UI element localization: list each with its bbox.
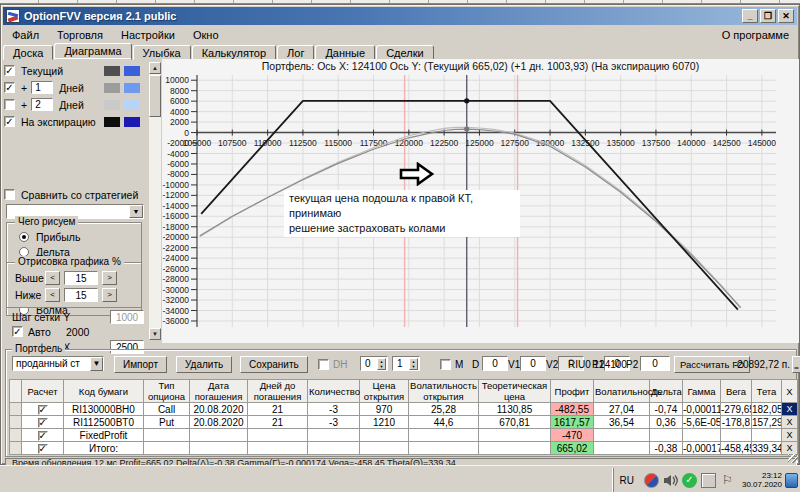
dh-checkbox[interactable]: ✓ bbox=[318, 359, 329, 370]
row-checkbox-2[interactable]: ✓ bbox=[38, 431, 48, 441]
menu-item-2[interactable]: Настройки bbox=[112, 28, 184, 42]
delete-row-button-3[interactable]: X bbox=[782, 442, 798, 455]
scrollbar-thumb[interactable] bbox=[149, 75, 161, 117]
layer-checkbox-0[interactable]: ✓ bbox=[4, 65, 15, 76]
col-header-11[interactable]: Дельта bbox=[650, 380, 683, 403]
delete-row-button-0[interactable]: X bbox=[782, 403, 798, 416]
preset-chevron-down-icon[interactable]: ▼ bbox=[90, 357, 103, 371]
tray-blue-app-icon[interactable] bbox=[785, 473, 798, 488]
col-header-15[interactable]: X bbox=[782, 380, 798, 403]
menu-item-0[interactable]: Файл bbox=[3, 28, 48, 42]
resize-grip[interactable] bbox=[788, 454, 798, 463]
col-header-7[interactable]: Волатильность открытия bbox=[409, 380, 479, 403]
m-checkbox[interactable]: ✓ bbox=[440, 359, 451, 370]
cell-3-0: Итого: bbox=[64, 442, 144, 455]
corner-header bbox=[10, 380, 22, 403]
spinner-1[interactable]: 0▲▼ bbox=[360, 356, 388, 371]
minimize-button[interactable]: _ bbox=[742, 9, 758, 23]
radio-Прибыль[interactable] bbox=[19, 232, 29, 242]
increase-button[interactable]: > bbox=[102, 288, 117, 302]
increase-button[interactable]: > bbox=[102, 271, 117, 285]
col-header-4[interactable]: Дней до погашения bbox=[248, 380, 308, 403]
marker-dot-0[interactable] bbox=[464, 98, 469, 103]
col-header-0[interactable]: Расчет bbox=[22, 380, 64, 403]
flag-icon[interactable]: ⚐ bbox=[720, 473, 735, 488]
col-header-9[interactable]: Профит bbox=[551, 380, 594, 403]
tab-4[interactable]: Лог bbox=[277, 45, 314, 60]
col-header-8[interactable]: Теоретическая цена bbox=[479, 380, 551, 403]
calc-cell: ✓ bbox=[22, 442, 64, 455]
layer-row-1: ✓ +1Дней bbox=[4, 79, 148, 96]
cell-2-1 bbox=[144, 429, 190, 442]
tray-app-icon[interactable] bbox=[644, 473, 659, 488]
scroll-down-icon[interactable]: ▼ bbox=[149, 328, 161, 340]
decrease-button[interactable]: < bbox=[45, 271, 60, 285]
tab-2[interactable]: Улыбка bbox=[133, 45, 191, 60]
table-row: ✓RI112500BT0Put20.08.202021-3121044,6670… bbox=[10, 416, 798, 429]
tray-utility-icon[interactable] bbox=[701, 473, 716, 488]
menu-item-about[interactable]: О программе bbox=[722, 29, 797, 41]
col-header-3[interactable]: Дата погашения bbox=[190, 380, 248, 403]
tab-0[interactable]: Доска bbox=[3, 45, 53, 60]
layer-checkbox-2[interactable]: ✓ bbox=[4, 99, 15, 110]
language-indicator[interactable]: RU bbox=[620, 475, 634, 486]
render-value-1[interactable]: 15 bbox=[64, 288, 98, 302]
cell-2-12 bbox=[721, 429, 752, 442]
p2-field[interactable]: 0 bbox=[640, 356, 670, 371]
tab-6[interactable]: Сделки bbox=[376, 45, 434, 60]
days-input-2[interactable]: 2 bbox=[31, 98, 53, 111]
antivirus-check-icon[interactable]: ✓ bbox=[682, 473, 697, 488]
tab-1[interactable]: Диаграмма bbox=[54, 43, 131, 60]
spinner-arrows-icon[interactable]: ▲▼ bbox=[409, 358, 418, 370]
delete-row-button-1[interactable]: X bbox=[782, 416, 798, 429]
delete-button[interactable]: Удалить bbox=[176, 356, 232, 373]
maximize-button[interactable]: ❐ bbox=[760, 9, 776, 23]
days-input-1[interactable]: 1 bbox=[31, 81, 53, 94]
compare-strategy-checkbox[interactable]: ✓ bbox=[4, 189, 15, 200]
render-value-0[interactable]: 15 bbox=[64, 271, 98, 285]
sidebar-scrollbar[interactable]: ▲ ▼ bbox=[149, 62, 161, 340]
field-V1[interactable]: 0 bbox=[520, 356, 546, 371]
title-bar[interactable]: OptionFVV версия 2.1 public _ ❐ ✕ bbox=[3, 7, 797, 25]
col-header-13[interactable]: Вега bbox=[721, 380, 752, 403]
tab-5[interactable]: Данные bbox=[315, 45, 375, 60]
col-header-6[interactable]: Цена открытия bbox=[360, 380, 409, 403]
grid-y-input[interactable]: 1000 bbox=[110, 310, 144, 324]
col-header-12[interactable]: Гамма bbox=[683, 380, 721, 403]
tab-3[interactable]: Калькулятор bbox=[192, 45, 276, 60]
table-row: ✓RI130000BH0Call20.08.202021-397025,2811… bbox=[10, 403, 798, 416]
col-header-10[interactable]: Волатильность bbox=[594, 380, 650, 403]
col-header-2[interactable]: Тип опциона bbox=[144, 380, 190, 403]
speaker-icon[interactable] bbox=[663, 473, 678, 488]
decrease-button[interactable]: < bbox=[45, 288, 60, 302]
chevron-down-icon[interactable]: ▼ bbox=[129, 205, 143, 218]
row-checkbox-1[interactable]: ✓ bbox=[38, 418, 48, 428]
spinner-2[interactable]: 1▲▼ bbox=[392, 356, 420, 371]
marker-dot-1[interactable] bbox=[464, 126, 469, 131]
col-header-5[interactable]: Количество bbox=[308, 380, 360, 403]
clock-time: 23:12 bbox=[742, 471, 782, 480]
import-button[interactable]: Импорт bbox=[114, 356, 167, 373]
row-checkbox-3[interactable]: ✓ bbox=[38, 444, 48, 454]
menu-item-1[interactable]: Торговля bbox=[48, 28, 112, 42]
delete-row-button-2[interactable]: X bbox=[782, 429, 798, 442]
save-button[interactable]: Сохранить bbox=[240, 356, 308, 373]
taskbar[interactable]: RU ✓ ⚐ 23:12 30.07.2020 bbox=[0, 465, 800, 492]
close-button[interactable]: ✕ bbox=[778, 9, 794, 23]
layer-checkbox-3[interactable]: ✓ bbox=[4, 116, 15, 127]
calc-cell: ✓ bbox=[22, 429, 64, 442]
scroll-up-icon[interactable]: ▲ bbox=[149, 62, 161, 74]
x-tick-label: 125000 bbox=[465, 138, 494, 148]
auto-checkbox[interactable]: ✓ bbox=[12, 326, 23, 337]
collapse-panel-button[interactable]: ‗ bbox=[792, 356, 800, 373]
clock[interactable]: 23:12 30.07.2020 bbox=[742, 471, 782, 489]
row-checkbox-0[interactable]: ✓ bbox=[38, 405, 48, 415]
cell-2-13 bbox=[752, 429, 782, 442]
col-header-14[interactable]: Тета bbox=[752, 380, 782, 403]
col-header-1[interactable]: Код бумаги bbox=[64, 380, 144, 403]
spinner-arrows-icon[interactable]: ▲▼ bbox=[377, 358, 386, 370]
field-D[interactable]: 0 bbox=[482, 356, 508, 371]
annotation-line-2: решение застраховать колами bbox=[289, 221, 515, 236]
menu-item-3[interactable]: Окно bbox=[184, 28, 228, 42]
layer-checkbox-1[interactable]: ✓ bbox=[4, 82, 15, 93]
